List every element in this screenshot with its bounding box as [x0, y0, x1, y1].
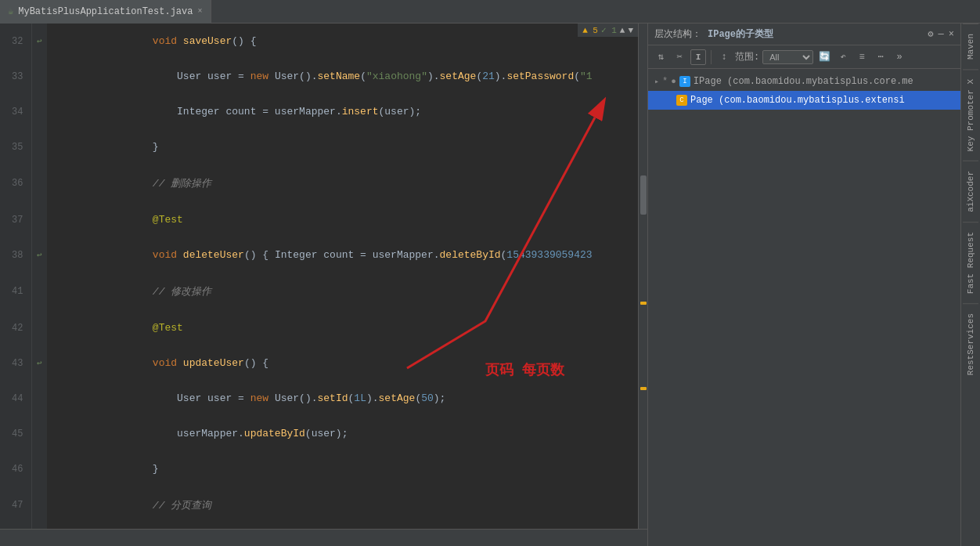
code-lines: 32 ↩ void saveUser() { 33 User user = ne…	[0, 24, 647, 546]
line-gutter: ↩	[31, 345, 47, 381]
side-tab-maven[interactable]: Maven	[963, 24, 978, 69]
interface-icon: I	[679, 76, 690, 87]
line-content: // 删除操作	[47, 165, 647, 202]
code-editor[interactable]: ▲ 5 ✓ 1 ▲ ▼ 32 ↩ void saveUser() { 33	[0, 24, 647, 546]
table-row: 47 // 分页查询	[0, 486, 647, 524]
line-content: void saveUser() {	[47, 24, 647, 59]
error-count: ✓ 1	[601, 25, 617, 35]
toolbar-cut-button[interactable]: ✂	[672, 49, 687, 65]
line-gutter	[31, 59, 47, 94]
toolbar-refresh-button[interactable]: 🔄	[816, 49, 832, 65]
class-icon: C	[676, 95, 687, 106]
table-row: 38 ↩ void deleteUser() { Integer count =…	[0, 237, 647, 273]
line-content: User user = new User().setId(1L).setAge(…	[47, 381, 647, 416]
line-gutter	[31, 486, 47, 524]
scroll-marker	[640, 302, 647, 305]
line-number: 44	[0, 381, 31, 416]
table-row: 42 @Test	[0, 310, 647, 345]
warning-count: ▲ 5	[582, 26, 598, 35]
line-content: // 修改操作	[47, 273, 647, 310]
table-row: 32 ↩ void saveUser() {	[0, 24, 647, 59]
side-tab-aixcoder[interactable]: aiXcoder	[963, 161, 978, 222]
scrollbar-thumb[interactable]	[640, 175, 647, 215]
line-gutter: ↩	[31, 237, 47, 273]
line-number: 32	[0, 24, 31, 59]
line-gutter: ↩	[31, 24, 47, 59]
tab-close-button[interactable]: ×	[197, 7, 202, 16]
annotation-text: 页码 每页数	[485, 360, 564, 379]
hierarchy-panel: 层次结构： IPage的子类型 ⚙ — × ⇅ ✂ I ↕ 范围: All Pr…	[647, 24, 960, 546]
panel-header: 层次结构： IPage的子类型 ⚙ — ×	[648, 24, 960, 45]
tree-item-label: IPage (com.baomidou.mybatisplus.core.me	[694, 76, 954, 87]
toolbar-more-button[interactable]: »	[892, 49, 907, 65]
scope-label: 范围:	[735, 50, 759, 63]
tree-marker: ●	[671, 77, 676, 86]
side-tab-fast-request[interactable]: Fast Request	[963, 222, 978, 303]
toolbar-sort-button[interactable]: ↕	[716, 49, 732, 65]
toolbar-up-button[interactable]: ↶	[835, 49, 851, 65]
line-number: 46	[0, 451, 31, 486]
line-number: 34	[0, 94, 31, 129]
scope-select[interactable]: All Project	[762, 50, 813, 64]
table-row: 45 userMapper.updateById(user);	[0, 416, 647, 451]
panel-minimize-button[interactable]: —	[939, 29, 944, 40]
line-number: 37	[0, 202, 31, 237]
tree-arrow	[654, 96, 673, 105]
main-layout: ▲ 5 ✓ 1 ▲ ▼ 32 ↩ void saveUser() { 33	[0, 24, 980, 546]
scroll-marker	[640, 387, 647, 390]
tab-bar: ☕ MyBatisPlusApplicationTest.java ×	[0, 0, 980, 24]
toolbar-pin-button[interactable]: ⋯	[873, 49, 888, 65]
toolbar-separator	[711, 50, 712, 64]
table-row: 33 User user = new User().setName("xiaoh…	[0, 59, 647, 94]
table-row: 36 // 删除操作	[0, 165, 647, 202]
nav-up[interactable]: ▲	[620, 26, 625, 35]
file-tab[interactable]: ☕ MyBatisPlusApplicationTest.java ×	[0, 0, 211, 24]
table-row: 34 Integer count = userMapper.insert(use…	[0, 94, 647, 129]
scrollbar-track[interactable]	[638, 24, 647, 529]
line-content: void deleteUser() { Integer count = user…	[47, 237, 647, 273]
toolbar-align-button[interactable]: ≡	[854, 49, 870, 65]
side-tab-rest-services[interactable]: RestServices	[963, 303, 978, 385]
line-content: @Test	[47, 202, 647, 237]
side-tab-key-promoter[interactable]: Key Promoter X	[963, 69, 978, 161]
line-content: // 分页查询	[47, 486, 647, 524]
line-content: userMapper.updateById(user);	[47, 416, 647, 451]
panel-close-button[interactable]: ×	[949, 29, 954, 40]
line-gutter	[31, 416, 47, 451]
line-content: @Test	[47, 310, 647, 345]
tree-item-ipage[interactable]: ▸ * ● I IPage (com.baomidou.mybatisplus.…	[648, 72, 960, 91]
line-gutter	[31, 129, 47, 165]
panel-tree: ▸ * ● I IPage (com.baomidou.mybatisplus.…	[648, 69, 960, 546]
panel-header-title: IPage的子类型	[708, 27, 773, 41]
line-gutter	[31, 94, 47, 129]
line-number: 45	[0, 416, 31, 451]
tree-item-page[interactable]: C Page (com.baomidou.mybatisplus.extensi	[648, 91, 960, 110]
panel-header-label: 层次结构：	[654, 27, 701, 41]
tab-filename: MyBatisPlusApplicationTest.java	[18, 6, 193, 17]
table-row: 35 }	[0, 129, 647, 165]
line-gutter	[31, 273, 47, 310]
tree-arrow: ▸	[654, 77, 659, 86]
java-file-icon: ☕	[8, 5, 13, 17]
line-number: 33	[0, 59, 31, 94]
line-number: 42	[0, 310, 31, 345]
line-number: 41	[0, 273, 31, 310]
line-number: 47	[0, 486, 31, 524]
line-number: 43	[0, 345, 31, 381]
line-gutter	[31, 310, 47, 345]
table-row: 37 @Test	[0, 202, 647, 237]
nav-down[interactable]: ▼	[628, 26, 633, 35]
panel-settings-icon[interactable]: ⚙	[928, 28, 933, 40]
line-number: 35	[0, 129, 31, 165]
toolbar-expand-button[interactable]: ⇅	[653, 49, 668, 65]
line-content: Integer count = userMapper.insert(user);	[47, 94, 647, 129]
line-gutter	[31, 165, 47, 202]
line-number: 38	[0, 237, 31, 273]
panel-toolbar: ⇅ ✂ I ↕ 范围: All Project 🔄 ↶ ≡ ⋯ »	[648, 45, 960, 69]
toolbar-type-icon[interactable]: I	[690, 49, 706, 65]
line-content: }	[47, 129, 647, 165]
scope-control: 范围: All Project	[735, 50, 813, 64]
table-row: 41 // 修改操作	[0, 273, 647, 310]
line-number: 36	[0, 165, 31, 202]
table-row: 46 }	[0, 451, 647, 486]
